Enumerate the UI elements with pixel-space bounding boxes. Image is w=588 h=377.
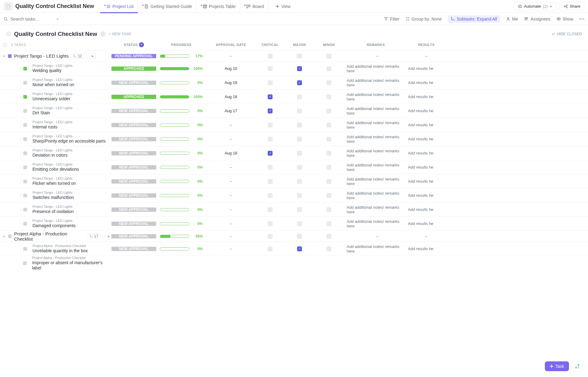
remarks-cell[interactable]: – bbox=[344, 54, 408, 58]
share-button[interactable]: Share bbox=[560, 2, 584, 11]
results-cell[interactable]: Add results he bbox=[408, 109, 445, 113]
checkbox-cell[interactable] bbox=[314, 109, 344, 113]
remarks-cell[interactable]: Add additional notes/ remarks here bbox=[344, 205, 408, 214]
groupby-button[interactable]: Group by: None bbox=[406, 17, 442, 21]
progress-cell[interactable]: 0% bbox=[156, 208, 206, 212]
search-input[interactable] bbox=[10, 17, 53, 21]
remarks-cell[interactable]: Add additional notes/ remarks here bbox=[344, 106, 408, 116]
subtask-count[interactable]: 17 bbox=[87, 234, 100, 239]
checkbox-cell[interactable] bbox=[255, 123, 285, 128]
checkbox-cell[interactable] bbox=[314, 80, 344, 85]
progress-cell[interactable]: 35% bbox=[156, 234, 206, 238]
progress-cell[interactable]: 0% bbox=[156, 123, 206, 127]
results-cell[interactable]: Add results he bbox=[408, 221, 445, 226]
tab-projects-table[interactable]: Projects Table bbox=[197, 0, 240, 13]
checkbox-cell[interactable] bbox=[255, 179, 285, 184]
more-button[interactable] bbox=[579, 18, 584, 20]
task-name[interactable]: Sharp/Pointy edge on accessible parts bbox=[32, 139, 106, 144]
checkbox-cell[interactable]: ✓ bbox=[285, 66, 314, 71]
task-name[interactable]: Project Tango - LED Lights bbox=[14, 53, 69, 59]
checkbox-cell[interactable] bbox=[314, 207, 344, 212]
task-name[interactable]: Flicker when turned on bbox=[32, 181, 76, 186]
checkbox-cell[interactable] bbox=[255, 193, 285, 198]
task-name[interactable]: Unreliable quantity in the box bbox=[32, 248, 88, 254]
task-name[interactable]: Presence of oxidation bbox=[32, 209, 74, 215]
checkbox-cell[interactable] bbox=[285, 151, 314, 156]
status-square-icon[interactable] bbox=[8, 54, 12, 58]
progress-cell[interactable]: 0% bbox=[156, 81, 206, 85]
status-cell[interactable]: NEW APPROVAL bbox=[111, 179, 156, 184]
task-row[interactable]: Project Alpha - Production Checklist17+N… bbox=[0, 230, 588, 242]
status-cell[interactable]: NEW APPROVAL bbox=[111, 137, 156, 141]
tab-getting-started-guide[interactable]: Getting Started Guide bbox=[138, 0, 196, 13]
task-name[interactable]: Unnecessary solder bbox=[32, 96, 73, 102]
checkbox-cell[interactable]: ✓ bbox=[285, 246, 314, 251]
results-cell[interactable]: Add results he bbox=[408, 80, 445, 85]
task-name[interactable]: Damaged components bbox=[32, 223, 76, 229]
subtask-row[interactable]: Project Tango - LED LightsDeviation in c… bbox=[0, 146, 588, 160]
assignees-button[interactable]: Assignees bbox=[524, 17, 550, 21]
remarks-cell[interactable]: Add additional notes/ remarks here bbox=[344, 64, 408, 73]
info-icon[interactable] bbox=[100, 31, 106, 37]
checkbox-cell[interactable] bbox=[255, 221, 285, 226]
app-logo[interactable] bbox=[4, 2, 13, 11]
tab-board[interactable]: Board bbox=[240, 0, 268, 13]
date-cell[interactable]: – bbox=[206, 234, 255, 238]
results-cell[interactable]: – bbox=[408, 234, 445, 238]
status-cell[interactable]: NEW APPROVAL bbox=[111, 165, 156, 169]
task-name[interactable]: Internal rusts bbox=[32, 124, 73, 130]
results-cell[interactable]: Add results he bbox=[408, 193, 445, 198]
checkbox-cell[interactable] bbox=[255, 207, 285, 212]
col-remarks[interactable]: REMARKS bbox=[344, 43, 408, 47]
checkbox-cell[interactable]: ✓ bbox=[255, 94, 285, 99]
checkbox-cell[interactable] bbox=[255, 246, 285, 251]
checkbox-cell[interactable] bbox=[314, 94, 344, 99]
checkbox-cell[interactable] bbox=[314, 66, 344, 71]
col-critical[interactable]: CRITICAL bbox=[255, 43, 285, 47]
collapse-icon[interactable] bbox=[2, 42, 7, 47]
status-cell[interactable]: NEW APPROVAL bbox=[111, 109, 156, 113]
subtask-row[interactable]: Project Tango - LED LightsUnnecessary so… bbox=[0, 89, 588, 104]
progress-cell[interactable]: 0% bbox=[156, 222, 206, 226]
date-cell[interactable]: – bbox=[206, 221, 255, 226]
status-cell[interactable]: PENDING APPROVAL bbox=[111, 54, 156, 58]
checkbox-cell[interactable] bbox=[314, 123, 344, 128]
progress-cell[interactable]: 0% bbox=[156, 165, 206, 169]
progress-cell[interactable]: 0% bbox=[156, 247, 206, 251]
status-cell[interactable]: NEW APPROVAL bbox=[111, 208, 156, 212]
task-name[interactable]: Dirt Stain bbox=[32, 110, 73, 116]
filter-button[interactable]: Filter bbox=[384, 17, 399, 21]
status-cell[interactable]: APPROVED bbox=[111, 67, 156, 71]
collapse-icon[interactable] bbox=[6, 32, 11, 36]
checkbox-cell[interactable] bbox=[285, 165, 314, 170]
remarks-cell[interactable]: Add additional notes/ remarks here bbox=[344, 92, 408, 101]
automate-button[interactable]: Automate (2) bbox=[514, 2, 557, 11]
task-name[interactable]: Welding quality bbox=[32, 68, 73, 74]
checkbox-cell[interactable] bbox=[285, 109, 314, 113]
remarks-cell[interactable]: Add additional notes/ remarks here bbox=[344, 149, 408, 158]
date-cell[interactable]: Aug 19 bbox=[206, 151, 255, 155]
task-row[interactable]: Project Tango - LED Lights12+PENDING APP… bbox=[0, 50, 588, 61]
checkbox-cell[interactable] bbox=[285, 94, 314, 99]
subtask-count[interactable]: 12 bbox=[71, 53, 84, 59]
date-cell[interactable]: – bbox=[206, 123, 255, 127]
date-cell[interactable]: – bbox=[206, 193, 255, 198]
progress-cell[interactable]: 100% bbox=[156, 67, 206, 71]
subtask-row[interactable]: Project Tango - LED LightsFlicker when t… bbox=[0, 174, 588, 188]
checkbox-cell[interactable] bbox=[255, 54, 285, 59]
results-cell[interactable]: Add results he bbox=[408, 207, 445, 212]
checkbox-cell[interactable]: ✓ bbox=[255, 151, 285, 156]
subtask-row[interactable]: Project Alpha - Production ChecklistImpr… bbox=[0, 256, 588, 271]
date-cell[interactable]: – bbox=[206, 137, 255, 141]
task-name[interactable]: Noise when turned on bbox=[32, 82, 74, 88]
date-cell[interactable]: – bbox=[206, 165, 255, 169]
subtask-row[interactable]: Project Tango - LED LightsWelding qualit… bbox=[0, 61, 588, 75]
checkbox-cell[interactable] bbox=[285, 193, 314, 198]
subtask-row[interactable]: Project Tango - LED LightsDirt StainNEW … bbox=[0, 104, 588, 118]
remarks-cell[interactable]: Add additional notes/ remarks here bbox=[344, 191, 408, 200]
results-cell[interactable]: Add results he bbox=[408, 137, 445, 141]
date-cell[interactable]: Aug 10 bbox=[206, 66, 255, 71]
date-cell[interactable]: – bbox=[206, 179, 255, 184]
checkbox-cell[interactable] bbox=[314, 193, 344, 198]
checkbox-cell[interactable] bbox=[314, 234, 344, 239]
